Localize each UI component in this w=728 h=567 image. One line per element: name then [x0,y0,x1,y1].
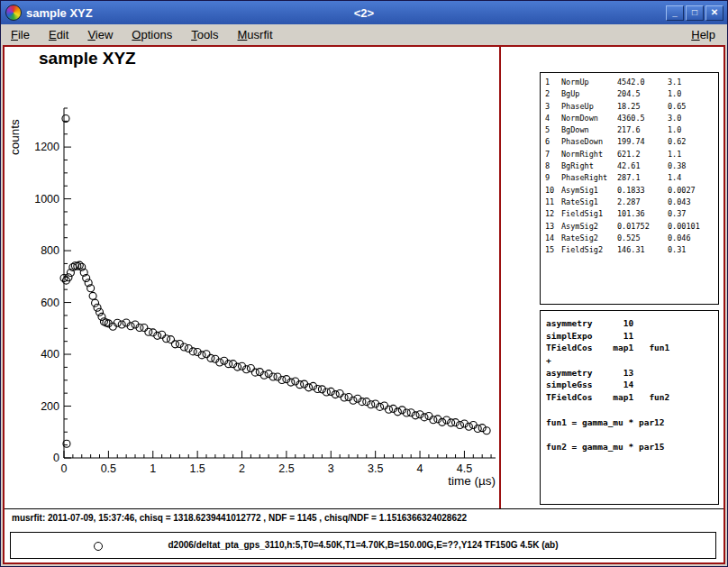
axes: 02004006008001000120000.511.522.533.544.… [8,108,496,488]
param-row: 13AsymSig20.017520.00101 [545,221,718,233]
svg-text:200: 200 [41,400,59,413]
param-row: 1NormUp4542.03.1 [545,77,718,88]
menu-help[interactable]: Help [688,27,718,42]
theory-line: simpleGss 14 [546,379,718,391]
svg-text:4: 4 [417,462,423,475]
param-row: 7NormRight621.21.1 [545,149,718,160]
menu-options[interactable]: Options [129,27,175,42]
app-icon [5,5,22,21]
theory-line [546,404,718,416]
param-row: 6PhaseDown199.740.62 [545,136,718,148]
menu-view[interactable]: View [85,27,115,42]
window-controls: _ □ ✕ [666,5,723,21]
plot-area[interactable]: 02004006008001000120000.511.522.533.544.… [5,97,509,494]
svg-text:1: 1 [150,462,156,475]
theory-line: TFieldCos map1 fun2 [546,391,718,404]
svg-text:800: 800 [41,244,59,257]
theory-function-box[interactable]: asymmetry 10simplExpo 11TFieldCos map1 f… [540,310,719,505]
plot-title: sample XYZ [39,49,136,69]
svg-text:1200: 1200 [34,141,59,153]
param-row: 3PhaseUp18.250.65 [545,101,718,113]
param-row: 4NormDown4360.53.0 [545,113,718,124]
svg-text:400: 400 [41,348,59,361]
theory-line: fun2 = gamma_mu * par15 [546,441,718,453]
parameter-rows: 1NormUp4542.03.12BgUp204.51.03PhaseUp18.… [545,77,718,256]
close-button[interactable]: ✕ [705,5,723,21]
svg-text:2.5: 2.5 [278,462,294,475]
param-row: 2BgUp204.51.0 [545,88,718,100]
menu-musrfit[interactable]: Musrfit [235,27,276,42]
menu-file[interactable]: File [8,27,32,42]
param-row: 8BgRight42.610.38 [545,160,718,172]
theory-line: simplExpo 11 [546,330,718,343]
fit-status-line: musrfit: 2011-07-09, 15:37:46, chisq = 1… [12,513,467,523]
menu-tools[interactable]: Tools [188,27,221,42]
svg-text:2: 2 [239,462,245,475]
param-row: 9PhaseRight287.11.4 [545,172,718,184]
svg-text:600: 600 [41,297,59,309]
param-row: 5BgDown217.61.0 [545,124,718,136]
menu-bar: File Edit View Options Tools Musrfit Hel… [1,24,727,45]
svg-text:3: 3 [328,462,334,475]
param-row: 10AsymSig10.18330.0027 [545,185,718,197]
svg-text:0: 0 [61,462,68,475]
param-row: 12FieldSig1101.360.37 [545,208,718,220]
theory-line [546,428,718,441]
window-instance-label: <2> [1,6,727,20]
svg-text:4.5: 4.5 [457,462,472,475]
maximize-button[interactable]: □ [686,5,704,21]
theory-line: + [546,354,718,367]
param-row: 14RateSig20.5250.046 [545,233,718,244]
svg-text:1.5: 1.5 [189,462,205,475]
theory-line: asymmetry 13 [546,367,718,380]
minimize-button[interactable]: _ [666,5,684,21]
svg-text:3.5: 3.5 [368,462,383,475]
data-points [60,114,490,447]
title-bar[interactable]: sample XYZ <2> _ □ ✕ [1,1,727,24]
svg-text:1000: 1000 [34,193,59,206]
window-title: sample XYZ [26,6,93,20]
pad-divider-vertical [499,47,501,508]
root-canvas[interactable]: sample XYZ 02004006008001000120000.511.5… [3,45,725,564]
menu-edit[interactable]: Edit [46,27,71,42]
param-row: 11RateSig12.2870.043 [545,197,718,208]
theory-line: TFieldCos map1 fun1 [546,342,718,354]
svg-text:0: 0 [53,452,59,464]
theory-line: fun1 = gamma_mu * par12 [546,416,718,429]
x-axis-label: time (µs) [448,474,496,488]
param-row: 15FieldSig2146.310.31 [545,244,718,256]
fit-parameters-box[interactable]: 1NormUp4542.03.12BgUp204.51.03PhaseUp18.… [540,72,719,305]
pad-divider-horizontal [5,508,723,509]
legend-label: d2006/deltat_pta_gps_3110,h:5,T0=4.50K,T… [11,540,715,550]
theory-line: asymmetry 10 [546,317,718,330]
y-axis-label: counts [8,119,22,155]
theory-lines: asymmetry 10simplExpo 11TFieldCos map1 f… [546,317,718,453]
svg-text:0.5: 0.5 [101,462,116,475]
application-window: sample XYZ <2> _ □ ✕ File Edit View Opti… [0,0,728,567]
legend-box[interactable]: d2006/deltat_pta_gps_3110,h:5,T0=4.50K,T… [10,532,716,559]
